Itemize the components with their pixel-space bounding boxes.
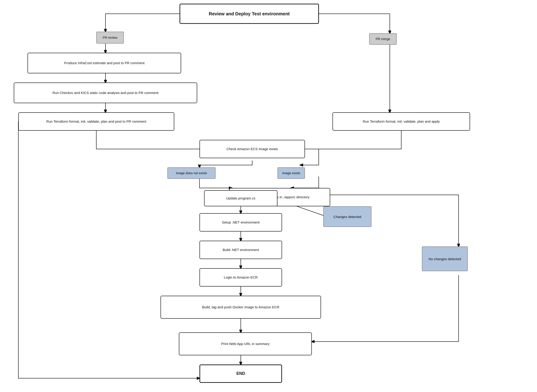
check-ecs-node: Check Amazon ECS Image exists	[200, 140, 305, 158]
produce-infracost-node: Produce InfraCost estimate and post to P…	[28, 53, 181, 73]
pr-merge-label: PR merge	[369, 33, 397, 45]
image-exists-label: Image exists	[277, 167, 305, 179]
run-checkov-node: Run Checkov and KICS static code analysi…	[14, 83, 197, 103]
run-terraform-pr-node: Run Terraform format, init, validate, pl…	[18, 112, 174, 131]
print-url-node: Print Web App URL in summary	[179, 332, 312, 355]
update-program-node: Update program.cs	[204, 190, 277, 206]
end-node: END	[200, 364, 282, 383]
pr-review-label: PR review	[96, 32, 124, 44]
setup-dotnet-node: Setup .NET environment	[200, 213, 282, 232]
login-ecr-node: Login to Amazon ECR	[200, 268, 282, 287]
main-title-node: Review and Deploy Test environment	[180, 4, 319, 24]
build-dotnet-node: Build .NET environment	[200, 241, 282, 259]
changes-detected-label: Changes detected	[323, 206, 371, 227]
diagram-container: Review and Deploy Test environment PR re…	[0, 0, 537, 392]
run-terraform-apply-node: Run Terraform format, init, validate, pl…	[332, 112, 470, 131]
image-not-exists-label: Image does not exists	[167, 167, 215, 179]
no-changes-label: No changes detected	[422, 247, 468, 271]
build-push-node: Build, tag and push Docker Image to Amaz…	[160, 296, 321, 319]
